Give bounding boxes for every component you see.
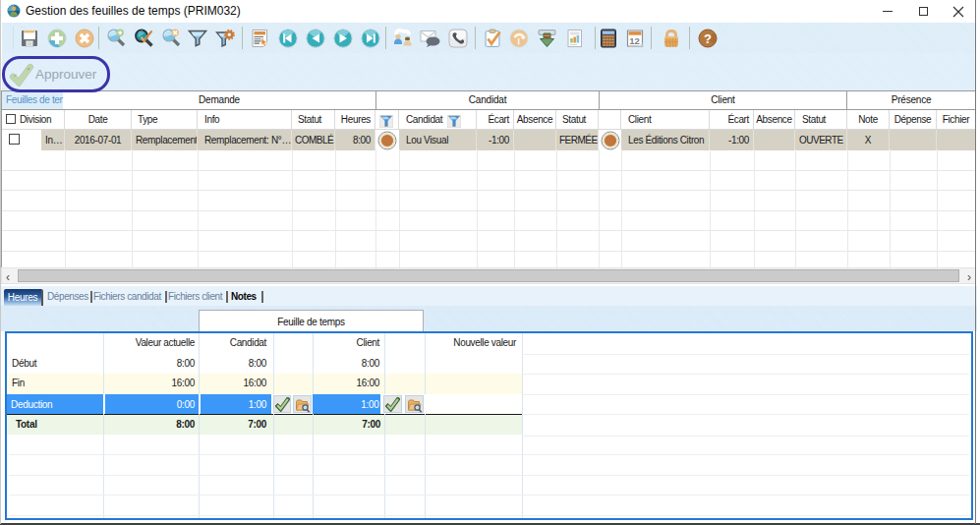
svg-text:12: 12: [629, 35, 640, 46]
svg-text:?: ?: [704, 31, 712, 46]
